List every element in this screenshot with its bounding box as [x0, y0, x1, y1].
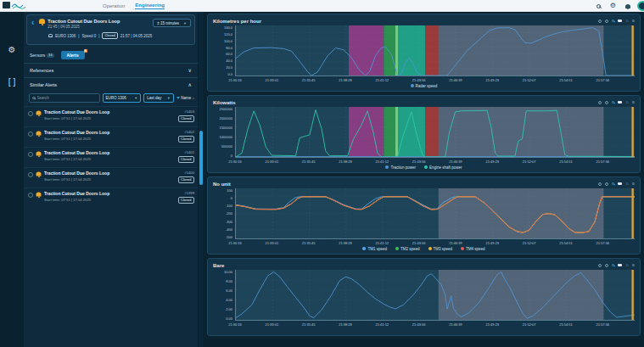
plot-area[interactable]	[235, 107, 635, 158]
alert-item-title: Traction Cutout Due Doors Loop	[44, 150, 176, 155]
notifications-bell-icon[interactable]	[625, 4, 630, 8]
tab-sensors[interactable]: Sensors 16	[30, 53, 54, 58]
zoom-in-icon[interactable]	[605, 264, 608, 267]
home-reset-icon[interactable]: ⌂	[625, 100, 628, 105]
vehicle-filter-select[interactable]: EURO 1306 ▼	[103, 93, 142, 103]
zoom-select-icon[interactable]	[612, 182, 615, 186]
camera-snapshot-icon[interactable]	[618, 264, 622, 267]
alert-list-item[interactable]: Traction Cutout Due Doors Loop Start tim…	[24, 106, 198, 126]
home-reset-icon[interactable]: ⌂	[625, 263, 628, 268]
alert-item-title: Traction Cutout Due Doors Loop	[44, 109, 176, 115]
sensors-label: Sensors	[30, 53, 45, 58]
alert-bell-icon	[36, 192, 42, 196]
sort-control[interactable]: Name ↓	[176, 96, 194, 100]
zoom-select-icon[interactable]	[612, 264, 615, 267]
search-input[interactable]	[37, 96, 97, 100]
chart-card: Bare ⌂ ≡ 10.008.006.004.002.000.00 21:30…	[207, 258, 641, 336]
camera-snapshot-icon[interactable]	[618, 182, 622, 186]
legend-item[interactable]: Radar speed	[411, 84, 438, 88]
zoom-out-icon[interactable]	[598, 264, 602, 267]
alert-checkbox[interactable]	[28, 132, 33, 137]
alert-item-start-time: Start time: 07:51 | 17.04.2025	[44, 198, 176, 202]
alert-end-time: 21:57 | 04.05.2025	[120, 34, 152, 38]
y-axis-labels: 140.0120.0100.080.060.040.020.00.0	[213, 25, 235, 76]
plot-area[interactable]	[235, 25, 635, 76]
gear-icon[interactable]: ⚙	[610, 3, 616, 9]
y-axis-labels: 1000-100-200-300-400-500	[213, 188, 235, 239]
alert-item-id: #1403	[184, 109, 194, 114]
legend-item[interactable]: TM4 speed	[461, 247, 485, 251]
alert-item-status-badge: Closed	[178, 115, 194, 122]
chevron-down-icon[interactable]: ∨	[188, 68, 192, 73]
alert-list-item[interactable]: Traction Cutout Due Doors Loop Start tim…	[24, 147, 198, 167]
camera-snapshot-icon[interactable]	[618, 101, 622, 104]
alert-item-title: Traction Cutout Due Doors Loop	[44, 171, 176, 176]
legend-item[interactable]: TM3 speed	[428, 247, 453, 251]
zoom-out-icon[interactable]	[598, 101, 602, 104]
time-range-select[interactable]: ± 15 minutes ▼	[153, 19, 191, 27]
references-section[interactable]: References ∨	[24, 64, 198, 77]
vehicle-icon	[48, 34, 53, 37]
vehicle-filter-value: EURO 1306	[106, 96, 126, 100]
alert-filters: EURO 1306 ▼ Last day ▼ Name ↓	[24, 92, 198, 106]
time-range-value: ± 15 minutes	[157, 21, 179, 25]
sort-arrow-icon: ↓	[193, 96, 194, 100]
alert-checkbox[interactable]	[28, 172, 33, 177]
time-filter-select[interactable]: Last day ▼	[143, 93, 173, 103]
legend-item[interactable]: Traction power	[385, 165, 416, 170]
zoom-in-icon[interactable]	[605, 182, 608, 186]
legend-item[interactable]: TM1 speed	[362, 247, 387, 251]
search-field[interactable]	[29, 93, 100, 103]
user-avatar[interactable]	[637, 1, 644, 11]
chart-title: No unit	[213, 182, 231, 187]
alert-list-item[interactable]: Traction Cutout Due Doors Loop Start tim…	[24, 167, 198, 187]
zoom-select-icon[interactable]	[612, 20, 615, 23]
tab-engineering[interactable]: Engineering	[135, 3, 165, 9]
plot-area[interactable]	[235, 270, 635, 321]
plot-area[interactable]	[235, 188, 635, 239]
alert-vehicle: EURO 1306	[55, 34, 76, 38]
code-brackets-icon[interactable]: [ ]	[8, 78, 15, 87]
similar-alerts-list: Traction Cutout Due Doors Loop Start tim…	[24, 106, 198, 208]
menu-icon[interactable]: ≡	[632, 19, 635, 24]
zoom-in-icon[interactable]	[605, 101, 608, 104]
alert-checkbox[interactable]	[28, 152, 33, 157]
menu-icon[interactable]: ≡	[632, 182, 635, 187]
filter-funnel-icon	[176, 97, 180, 99]
legend-label: TM1 speed	[367, 247, 387, 251]
similar-alerts-section[interactable]: Similar Alerts ∧	[24, 78, 198, 92]
alert-checkbox[interactable]	[28, 193, 33, 198]
alert-item-start-time: Start time: 07:51 | 17.04.2025	[44, 177, 176, 182]
legend-item[interactable]: Engine shaft power	[424, 165, 462, 170]
zoom-out-icon[interactable]	[598, 182, 602, 186]
zoom-in-icon[interactable]	[605, 20, 608, 23]
tab-operation[interactable]: Operation	[103, 3, 125, 8]
alert-bell-icon	[39, 19, 45, 24]
chevron-down-icon: ▼	[134, 96, 137, 100]
time-marker	[631, 25, 633, 76]
zoom-out-icon[interactable]	[598, 20, 602, 23]
tab-alerts[interactable]: Alerts 6	[61, 51, 85, 59]
x-axis-labels: 21:30:1621:33:0121:35:4521:38:2821:41:12…	[235, 321, 635, 327]
alert-list-item[interactable]: Traction Cutout Due Doors Loop Start tim…	[24, 126, 198, 147]
scrollbar-thumb[interactable]	[199, 131, 203, 185]
sensors-count-badge: 16	[47, 53, 53, 58]
search-icon[interactable]	[596, 4, 601, 8]
settings-gear-icon[interactable]: ⚙	[8, 46, 16, 54]
legend-dot	[424, 165, 428, 169]
legend-item[interactable]: TM2 speed	[395, 247, 420, 251]
legend-label: Engine shaft power	[429, 165, 462, 170]
home-reset-icon[interactable]: ⌂	[625, 182, 628, 187]
camera-snapshot-icon[interactable]	[618, 20, 622, 23]
menu-icon[interactable]: ≡	[632, 100, 635, 105]
separator: |	[98, 34, 99, 38]
menu-icon[interactable]: ≡	[632, 263, 635, 268]
home-reset-icon[interactable]: ⌂	[625, 19, 628, 24]
chevron-up-icon[interactable]: ∧	[188, 82, 192, 87]
x-axis-labels: 21:30:1621:33:0121:35:4521:38:2821:41:12…	[235, 158, 635, 164]
back-chevron-icon[interactable]: ‹	[31, 19, 34, 27]
chart-legend: TM1 speedTM2 speedTM3 speedTM4 speed	[213, 245, 635, 252]
alert-list-item[interactable]: Traction Cutout Due Doors Loop Start tim…	[24, 187, 198, 208]
zoom-select-icon[interactable]	[612, 101, 615, 104]
alert-checkbox[interactable]	[28, 111, 33, 116]
